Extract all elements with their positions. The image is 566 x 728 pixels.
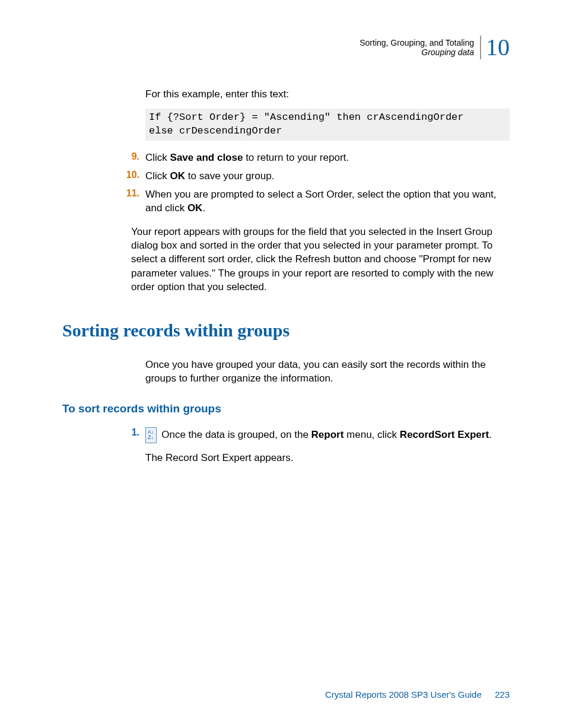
page-number: 223 — [495, 689, 510, 700]
step-body: Click Save and close to return to your r… — [145, 151, 510, 165]
step-1: 1. A↓ Z↓ Once the data is grouped, on th… — [145, 427, 510, 443]
intro-text: For this example, enter this text: — [145, 88, 510, 101]
code-block: If {?Sort Order} = "Ascending" then crAs… — [145, 109, 510, 141]
step-body: Click OK to save your group. — [145, 170, 510, 183]
step-11: 11. When you are prompted to select a So… — [145, 188, 510, 215]
step-number: 11. — [123, 188, 139, 215]
chapter-title: Sorting, Grouping, and Totaling — [360, 38, 474, 47]
result-paragraph: Your report appears with groups for the … — [131, 225, 510, 294]
book-title: Crystal Reports 2008 SP3 User's Guide — [325, 689, 482, 700]
step-9: 9. Click Save and close to return to you… — [145, 151, 510, 165]
chapter-subtitle: Grouping data — [360, 47, 474, 57]
step-number: 1. — [123, 427, 139, 443]
step-1-after: The Record Sort Expert appears. — [145, 452, 510, 465]
step-body: A↓ Z↓ Once the data is grouped, on the R… — [145, 427, 510, 443]
sort-az-icon: A↓ Z↓ — [145, 427, 157, 443]
section-heading: Sorting records within groups — [62, 320, 510, 341]
page-footer: Crystal Reports 2008 SP3 User's Guide 22… — [325, 689, 510, 700]
page-header: Sorting, Grouping, and Totaling Grouping… — [62, 36, 510, 59]
subsection-heading: To sort records within groups — [62, 402, 510, 415]
chapter-number: 10 — [480, 36, 510, 59]
step-number: 9. — [123, 151, 139, 165]
step-10: 10. Click OK to save your group. — [145, 170, 510, 183]
section-body: Once you have grouped your data, you can… — [145, 358, 510, 386]
step-number: 10. — [123, 170, 139, 183]
step-body: When you are prompted to select a Sort O… — [145, 188, 510, 215]
